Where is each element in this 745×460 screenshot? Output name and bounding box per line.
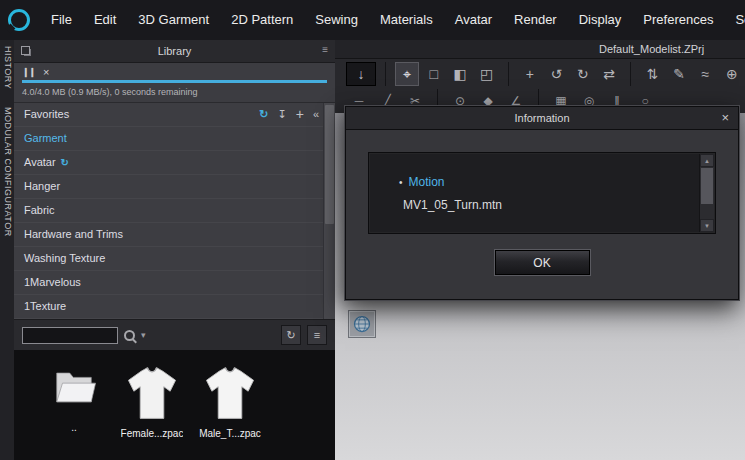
globe-button[interactable] [348, 310, 376, 338]
pause-download-icon[interactable]: ❙❙ [22, 67, 35, 77]
library-item-label: Hanger [24, 180, 60, 192]
library-item-1marvelous[interactable]: 1Marvelous [14, 271, 335, 295]
library-item-label: Fabric [24, 204, 55, 216]
globe-icon [352, 314, 372, 334]
thumbnail-label: Male_T...zpac [199, 428, 261, 439]
tool-transform-pattern-icon[interactable]: ◰ [474, 62, 498, 86]
thumbnail-male-zpac[interactable]: Male_T...zpac [196, 364, 264, 439]
library-scrollbar-thumb[interactable] [325, 105, 334, 224]
dialog-scrollbar[interactable]: ▲ ▼ [699, 154, 714, 232]
information-dialog: Information × •Motion MV1_05_Turn.mtn ▲ … [345, 106, 739, 300]
panel-menu-icon[interactable]: ≡ [322, 44, 328, 55]
thumbnail-grid: .. Female...zpac Male_T...zpac [14, 350, 335, 460]
menu-item-preferences[interactable]: Preferences [632, 0, 724, 40]
download-icon[interactable]: ↧ [277, 103, 286, 126]
cancel-download-icon[interactable]: × [43, 67, 49, 77]
document-title-bar: Default_Modelist.ZPrj [335, 40, 745, 59]
library-item-label: 1Texture [24, 300, 66, 312]
library-scrollbar[interactable] [323, 103, 335, 319]
scroll-down-icon[interactable]: ▼ [700, 219, 714, 232]
progress-status-text: 4.0/4.0 MB (0.9 MB/s), 0 seconds remaini… [22, 87, 327, 97]
tool-import-icon[interactable]: ↓ [346, 62, 376, 86]
library-item-label: Avatar [24, 156, 56, 168]
library-item-1texture[interactable]: 1Texture [14, 295, 335, 319]
favorites-row-icons: ↻ ↧ + « [259, 103, 319, 126]
thumbnail-female-zpac[interactable]: Female...zpac [118, 364, 186, 439]
library-item-garment[interactable]: Garment [14, 127, 335, 151]
menu-item-avatar[interactable]: Avatar [444, 0, 503, 40]
library-panel-header[interactable]: Library ≡ [14, 40, 335, 63]
menu-item-render[interactable]: Render [503, 0, 568, 40]
tshirt-icon [201, 364, 259, 422]
download-progress: ❙❙ × 4.0/4.0 MB (0.9 MB/s), 0 seconds re… [14, 63, 335, 103]
dialog-scrollbar-thumb[interactable] [701, 168, 713, 204]
tool-lasso-select-icon[interactable]: ◧ [448, 62, 472, 86]
motion-file-label: MV1_05_Turn.mtn [369, 198, 715, 212]
library-search-input[interactable] [22, 327, 118, 344]
tool-add-point-icon[interactable]: ⊕ [720, 62, 744, 86]
tshirt-icon [123, 364, 181, 422]
tool-flip-vertical-icon[interactable]: ⇅ [640, 62, 664, 86]
thumbnail-label: Female...zpac [121, 428, 184, 439]
library-item-label: Garment [24, 132, 67, 144]
progress-bar [22, 80, 327, 83]
tab-modular-configurator[interactable]: MODULAR CONFIGURATOR [1, 107, 14, 237]
library-item-label: Hardware and Trims [24, 228, 123, 240]
library-category-list: Favorites ↻ ↧ + « Garment Avatar↻ Hanger… [14, 103, 335, 319]
search-icon[interactable] [124, 330, 135, 341]
side-tab-rail: HISTORY MODULAR CONFIGURATOR [0, 40, 15, 460]
tool-rectangle-select-icon[interactable]: □ [421, 62, 445, 86]
scroll-up-icon[interactable]: ▲ [700, 154, 714, 167]
toolbar-row-1: ↓ ⌖ □ ◧ ◰ + ↺ ↻ ⇄ ⇅ ✎ ≈ ⊕ [345, 59, 745, 89]
tool-rotate-ccw-icon[interactable]: ↺ [544, 62, 568, 86]
folder-icon [51, 364, 97, 408]
app-window: File Edit 3D Garment 2D Pattern Sewing M… [0, 0, 745, 460]
motion-label: Motion [409, 175, 445, 189]
refresh-button[interactable]: ↻ [281, 325, 301, 345]
tool-flip-horizontal-icon[interactable]: ⇄ [597, 62, 621, 86]
dialog-close-icon[interactable]: × [721, 110, 729, 125]
library-item-hardware-and-trims[interactable]: Hardware and Trims [14, 223, 335, 247]
library-item-fabric[interactable]: Fabric [14, 199, 335, 223]
library-item-label: Favorites [24, 108, 69, 120]
menu-item-materials[interactable]: Materials [369, 0, 444, 40]
menu-item-sewing[interactable]: Sewing [304, 0, 369, 40]
dialog-titlebar[interactable]: Information × [346, 107, 738, 130]
menu-bar: File Edit 3D Garment 2D Pattern Sewing M… [0, 0, 745, 41]
progress-fill [22, 80, 327, 83]
ok-button[interactable]: OK [495, 250, 590, 275]
menu-item-3d-garment[interactable]: 3D Garment [127, 0, 220, 40]
library-item-label: 1Marvelous [24, 276, 81, 288]
thumbnail-label: .. [71, 422, 77, 433]
menu-item-2d-pattern[interactable]: 2D Pattern [220, 0, 304, 40]
search-options-caret-icon[interactable]: ▾ [141, 330, 146, 340]
tab-history[interactable]: HISTORY [1, 46, 14, 89]
sync-icon: ↻ [259, 103, 268, 126]
tool-rotate-cw-icon[interactable]: ↻ [571, 62, 595, 86]
menu-item-settings[interactable]: Setting [724, 0, 745, 40]
tool-move-pattern-icon[interactable]: + [518, 62, 542, 86]
dialog-message-line: •Motion [369, 175, 715, 189]
library-panel-title: Library [158, 45, 192, 57]
tool-edit-curvature-icon[interactable]: ≈ [693, 62, 717, 86]
list-view-button[interactable]: ≡ [307, 325, 327, 345]
library-item-favorites[interactable]: Favorites ↻ ↧ + « [14, 103, 335, 127]
dialog-message-box: •Motion MV1_05_Turn.mtn ▲ ▼ [368, 152, 716, 234]
library-item-washing-texture[interactable]: Washing Texture [14, 247, 335, 271]
thumbnail-parent-folder[interactable]: .. [40, 364, 108, 433]
collapse-panel-button[interactable]: « [313, 103, 319, 126]
tool-edit-pattern-icon[interactable]: ✎ [667, 62, 691, 86]
add-favorite-button[interactable]: + [296, 103, 304, 126]
document-title: Default_Modelist.ZPrj [599, 43, 704, 55]
menu-item-file[interactable]: File [40, 0, 83, 40]
menu-item-edit[interactable]: Edit [83, 0, 127, 40]
library-search-row: ▾ ↻ ≡ [14, 319, 335, 350]
library-item-label: Washing Texture [24, 252, 105, 264]
undock-icon[interactable] [21, 46, 30, 55]
library-item-avatar[interactable]: Avatar↻ [14, 151, 335, 175]
library-item-hanger[interactable]: Hanger [14, 175, 335, 199]
avatar-sync-icon: ↻ [61, 157, 69, 168]
dialog-title: Information [514, 112, 569, 124]
menu-item-display[interactable]: Display [568, 0, 633, 40]
tool-select-move-icon[interactable]: ⌖ [395, 62, 419, 86]
